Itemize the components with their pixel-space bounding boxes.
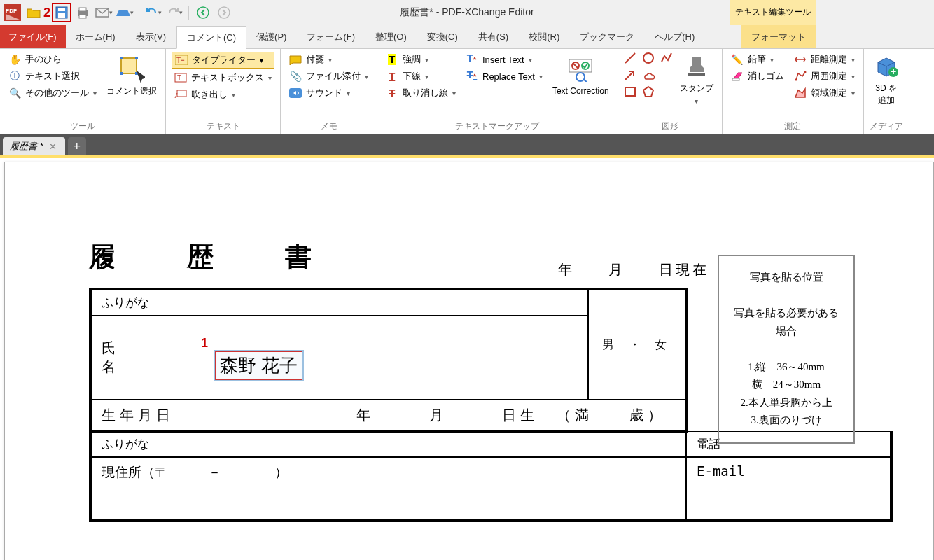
menu-home[interactable]: ホーム(H): [66, 25, 126, 48]
markup-replace-text[interactable]: T˄Replace Text▾: [463, 69, 545, 84]
measure-distance[interactable]: 距離測定▾: [791, 52, 858, 67]
shape-stamp[interactable]: スタンプ▾: [677, 52, 716, 106]
sound-icon: [289, 87, 302, 99]
document-viewport[interactable]: 履 歴 書 年 月 日現在 ふりがな 男 ・ 女 氏 名 生年月日 年 月 日生…: [0, 155, 934, 560]
ribbon-label-media: メディア: [870, 120, 903, 132]
tool-hand[interactable]: ✋手のひら: [6, 52, 99, 67]
measure-pencil[interactable]: ✏️鉛筆▾: [728, 52, 787, 67]
resume-address-table: ふりがな 電話 現住所（〒 － ） E-mail: [89, 431, 893, 522]
ribbon-group-measure: ✏️鉛筆▾ 消しゴム 距離測定▾ 周囲測定▾ 領域測定▾ 測定: [723, 49, 864, 134]
open-icon[interactable]: [24, 3, 43, 22]
ribbon-group-tool: ✋手のひら Ⓣテキスト選択 🔍その他のツール▾ コメント選択 ツール: [0, 49, 166, 134]
titlebar: PDF 2 ▾ ▾ ▾ ▾ 履歴書* - PDF-XChange Editor …: [0, 0, 934, 25]
measure-perimeter[interactable]: 周囲測定▾: [791, 69, 858, 84]
svg-point-32: [804, 71, 806, 74]
svg-rect-30: [732, 78, 739, 80]
pencil-icon: ✏️: [731, 53, 744, 66]
memo-sticky[interactable]: 付箋▾: [286, 52, 371, 67]
tool-comment-select[interactable]: コメント選択: [104, 52, 160, 101]
perimeter-icon: [794, 70, 807, 83]
markup-underline[interactable]: T下線▾: [383, 69, 459, 84]
ribbon-label-memo: メモ: [286, 120, 371, 132]
undo-icon[interactable]: ▾: [144, 3, 163, 22]
svg-point-31: [795, 79, 797, 81]
svg-point-27: [643, 53, 653, 63]
menu-file[interactable]: ファイル(F): [0, 25, 66, 48]
svg-rect-11: [121, 58, 137, 74]
print-icon[interactable]: [73, 3, 92, 22]
stamp-icon: [683, 53, 710, 80]
media-3d[interactable]: + 3D を追加: [870, 52, 903, 108]
nav-back-icon[interactable]: [193, 3, 213, 22]
resume-form-table: ふりがな 男 ・ 女 氏 名 生年月日 年 月 日生 （満 歳）: [89, 288, 688, 433]
ribbon: ✋手のひら Ⓣテキスト選択 🔍その他のツール▾ コメント選択 ツール T≡タイプ…: [0, 49, 934, 134]
markup-highlight[interactable]: T強調▾: [383, 52, 459, 67]
document-tab-strip: 履歴書 * ✕ +: [0, 134, 934, 155]
text-callout[interactable]: T吹き出し▾: [172, 87, 274, 102]
window-title: 履歴書* - PDF-XChange Editor: [400, 6, 534, 19]
svg-text:T≡: T≡: [176, 57, 185, 64]
ribbon-label-shape: 図形: [624, 120, 716, 132]
rectangle-icon[interactable]: [624, 85, 636, 98]
menu-help[interactable]: ヘルプ(H): [645, 25, 705, 48]
text-typewriter[interactable]: T≡タイプライター▾: [172, 52, 274, 69]
ribbon-label-tool: ツール: [6, 120, 160, 132]
textbox-icon: T: [174, 71, 187, 84]
ribbon-label-markup: テキストマークアップ: [383, 120, 612, 132]
ribbon-group-memo: 付箋▾ 📎ファイル添付▾ サウンド▾ メモ: [281, 49, 377, 134]
eraser-icon: [731, 70, 744, 83]
memo-attach[interactable]: 📎ファイル添付▾: [286, 69, 371, 84]
field-email: E-mail: [686, 457, 891, 520]
markup-insert-text[interactable]: T˄Insert Text▾: [463, 52, 545, 67]
polyline-icon[interactable]: [660, 52, 673, 64]
redo-icon[interactable]: ▾: [165, 3, 184, 22]
save-icon[interactable]: [52, 3, 71, 22]
highlight-icon: T: [386, 53, 398, 66]
svg-point-26: [576, 73, 585, 81]
distance-icon: [794, 53, 807, 66]
typewriter-annotation[interactable]: 森野 花子: [215, 351, 302, 380]
add-tab-button[interactable]: +: [68, 137, 86, 155]
measure-eraser[interactable]: 消しゴム: [728, 69, 787, 84]
nav-forward-icon[interactable]: [214, 3, 234, 22]
text-textbox[interactable]: Tテキストボックス▾: [172, 70, 274, 85]
scan-icon[interactable]: ▾: [115, 3, 134, 22]
area-icon: [794, 87, 807, 99]
menu-format[interactable]: フォーマット: [741, 25, 816, 48]
tool-other[interactable]: 🔍その他のツール▾: [6, 85, 99, 101]
menu-convert[interactable]: 変換(C): [417, 25, 468, 48]
context-tab-group: テキスト編集ツール: [730, 0, 816, 25]
menu-review[interactable]: 校閲(R): [519, 25, 570, 48]
replace-text-icon: T˄: [466, 70, 478, 83]
menu-organize[interactable]: 整理(O): [365, 25, 417, 48]
measure-area[interactable]: 領域測定▾: [791, 85, 858, 101]
text-correction-icon: [567, 57, 594, 83]
svg-rect-14: [120, 72, 123, 75]
menu-form[interactable]: フォーム(F): [297, 25, 365, 48]
menu-bookmark[interactable]: ブックマーク: [570, 25, 645, 48]
svg-rect-3: [58, 8, 65, 11]
arrow-icon[interactable]: [624, 69, 636, 81]
menu-view[interactable]: 表示(V): [126, 25, 176, 48]
cloud-icon[interactable]: [642, 69, 655, 81]
menubar: ファイル(F) ホーム(H) 表示(V) コメント(C) 保護(P) フォーム(…: [0, 25, 934, 49]
callout-icon: T: [174, 88, 187, 101]
menu-comment[interactable]: コメント(C): [176, 26, 246, 49]
email-icon[interactable]: ▾: [94, 3, 113, 22]
document-tab[interactable]: 履歴書 * ✕: [3, 137, 65, 155]
line-icon[interactable]: [624, 52, 636, 64]
menu-protect[interactable]: 保護(P): [246, 25, 297, 48]
svg-text:PDF: PDF: [6, 8, 17, 14]
close-tab-icon[interactable]: ✕: [49, 141, 57, 152]
markup-strikeout[interactable]: T取り消し線▾: [383, 85, 459, 101]
menu-share[interactable]: 共有(S): [468, 25, 519, 48]
app-icon[interactable]: PDF: [3, 3, 22, 22]
polygon-icon[interactable]: [642, 85, 655, 98]
hand-icon: ✋: [8, 53, 21, 66]
memo-sound[interactable]: サウンド▾: [286, 85, 371, 101]
field-gender: 男 ・ 女: [588, 290, 686, 400]
underline-icon: T: [386, 70, 398, 83]
tool-text-select[interactable]: Ⓣテキスト選択: [6, 69, 99, 84]
circle-icon[interactable]: [642, 52, 655, 64]
markup-text-correction[interactable]: Text Correction: [550, 52, 612, 101]
